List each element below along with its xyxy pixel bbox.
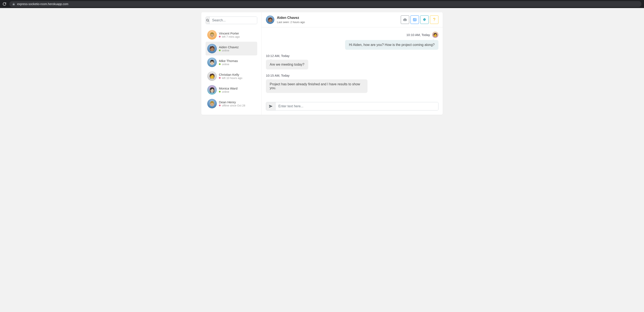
- contact-item[interactable]: 👨🏼Vincent Porterleft 7 mins ago: [206, 28, 257, 42]
- avatar: 🧑: [207, 71, 217, 81]
- contact-status: offline since Oct 28: [219, 104, 245, 107]
- chat-body: 10:10 AM, Today🧑Hi Aiden, how are you? H…: [262, 27, 443, 102]
- contact-status: left 10 hours ago: [219, 76, 242, 80]
- help-button[interactable]: [430, 16, 438, 24]
- avatar: 🧑🏽: [207, 44, 217, 53]
- svg-point-0: [206, 19, 208, 21]
- message-group: 10:15 AM, TodayProject has been already …: [266, 74, 438, 93]
- search-input[interactable]: [210, 17, 257, 24]
- chat-header-name: Aiden Chavez: [277, 16, 305, 20]
- contact-status: left 7 mins ago: [219, 35, 240, 38]
- camera-icon: [403, 18, 407, 22]
- contact-item[interactable]: 🧑🏽Aiden Chavezonline: [206, 42, 257, 56]
- avatar: 👨🏼: [207, 30, 217, 40]
- contact-status: online: [219, 90, 238, 93]
- message-meta: 10:12 AM, Today: [266, 54, 438, 58]
- message-time: 10:12 AM, Today: [266, 54, 290, 58]
- chat-header-subtitle: Last seen: 2 hours ago: [277, 20, 305, 24]
- message-meta: 10:10 AM, Today🧑: [266, 32, 438, 38]
- message-bubble: Project has been already finished and I …: [266, 80, 368, 93]
- image-button[interactable]: [410, 16, 419, 24]
- contact-name: Monica Ward: [219, 86, 238, 90]
- contact-status: online: [219, 49, 238, 52]
- lock-icon: [12, 3, 15, 6]
- search-group: [206, 16, 257, 24]
- contact-status: online: [219, 63, 238, 66]
- chat-input-row: [262, 102, 443, 115]
- message-group: 10:10 AM, Today🧑Hi Aiden, how are you? H…: [266, 32, 438, 50]
- camera-button[interactable]: [401, 16, 409, 24]
- contact-name: Aiden Chavez: [219, 45, 238, 49]
- status-dot-icon: [219, 50, 220, 51]
- contact-name: Mike Thomas: [219, 59, 238, 63]
- contact-item[interactable]: 🧑Christian Kellyleft 10 hours ago: [206, 69, 257, 83]
- settings-button[interactable]: [420, 16, 429, 24]
- chat-header: 🧑🏽 Aiden Chavez Last seen: 2 hours ago: [262, 12, 443, 27]
- status-dot-icon: [219, 77, 220, 79]
- search-icon: [206, 17, 210, 24]
- avatar: 🧑🏽: [266, 16, 274, 24]
- question-icon: [433, 18, 435, 22]
- avatar: 🧑: [432, 32, 438, 38]
- avatar: 👨🏻: [207, 58, 217, 67]
- contact-list: 👨🏼Vincent Porterleft 7 mins ago🧑🏽Aiden C…: [206, 28, 257, 110]
- chat-header-actions: [401, 16, 438, 24]
- message-input[interactable]: [276, 102, 438, 110]
- message-meta: 10:15 AM, Today: [266, 74, 438, 77]
- message-bubble: Hi Aiden, how are you? How is the projec…: [345, 40, 438, 50]
- reload-button[interactable]: [2, 2, 6, 6]
- svg-line-1: [208, 21, 209, 22]
- contact-item[interactable]: 👩🏻Monica Wardonline: [206, 83, 257, 97]
- status-dot-icon: [219, 104, 220, 106]
- image-icon: [413, 18, 417, 22]
- contact-item[interactable]: 👨🏼Dean Henryoffline since Oct 28: [206, 97, 257, 110]
- avatar: 👩🏻: [207, 85, 217, 94]
- contact-name: Vincent Porter: [219, 32, 240, 35]
- url-text: express-socketio-room.herokuapp.com: [17, 2, 68, 6]
- status-dot-icon: [219, 91, 220, 92]
- chat-panel: 🧑🏽 Aiden Chavez Last seen: 2 hours ago: [262, 12, 443, 115]
- chat-app-card: 👨🏼Vincent Porterleft 7 mins ago🧑🏽Aiden C…: [201, 12, 443, 115]
- contact-name: Christian Kelly: [219, 73, 242, 76]
- svg-point-3: [414, 19, 414, 20]
- gears-icon: [422, 18, 426, 22]
- message-time: 10:10 AM, Today: [406, 33, 430, 36]
- status-dot-icon: [219, 63, 220, 65]
- message-time: 10:15 AM, Today: [266, 74, 290, 77]
- url-bar[interactable]: express-socketio-room.herokuapp.com: [9, 1, 642, 7]
- avatar: 👨🏼: [207, 99, 217, 108]
- message-bubble: Are we meeting today?: [266, 60, 308, 70]
- send-icon[interactable]: [266, 102, 276, 110]
- contact-name: Dean Henry: [219, 100, 245, 104]
- browser-bar: express-socketio-room.herokuapp.com: [0, 0, 644, 8]
- message-group: 10:12 AM, TodayAre we meeting today?: [266, 54, 438, 70]
- sidebar: 👨🏼Vincent Porterleft 7 mins ago🧑🏽Aiden C…: [201, 12, 262, 115]
- status-dot-icon: [219, 36, 220, 38]
- contact-item[interactable]: 👨🏻Mike Thomasonline: [206, 56, 257, 69]
